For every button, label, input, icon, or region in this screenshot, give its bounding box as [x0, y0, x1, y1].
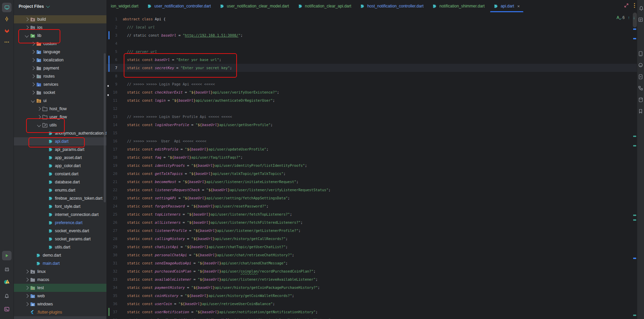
tab-options-kebab-icon[interactable] — [634, 3, 635, 9]
tree-item-socket_events.dart[interactable]: socket_events.dart — [14, 227, 106, 235]
flutter-icon — [30, 310, 35, 315]
dart-icon — [48, 139, 53, 144]
tree-item-label: routes — [43, 74, 55, 79]
next-problem-arrow[interactable]: ↓ — [633, 15, 636, 20]
line-number: 31 — [106, 259, 117, 267]
error-stripe[interactable] — [632, 12, 637, 319]
tab-user_notification_clear_model.dart[interactable]: user_notification_clear_model.dart — [215, 0, 293, 12]
line-number: 9 — [106, 80, 117, 88]
tree-item-anonymous_authentication.dart[interactable]: anonymous_authentication.dart — [14, 129, 106, 137]
tree-item-ios[interactable]: iosios — [14, 23, 106, 32]
line-number: 25 — [106, 210, 117, 218]
tree-item-firebse_access_token.dart[interactable]: firebse_access_token.dart — [14, 194, 106, 202]
code-editor[interactable]: 1abstract class Api {2 /// local url3 //… — [106, 12, 637, 319]
tree-item-.flutter-plugins[interactable]: .flutter-plugins — [14, 308, 106, 316]
dart-analysis-problems-icon[interactable] — [2, 277, 12, 286]
code-line: 5 /// server url — [106, 47, 637, 56]
tree-item-api.dart[interactable]: api.dart — [14, 137, 106, 145]
commit-tool-icon[interactable] — [2, 14, 12, 24]
tree-item-routes[interactable]: routes — [14, 72, 106, 80]
dart-file-icon — [494, 4, 498, 8]
lang-icon: A — [36, 58, 41, 62]
tree-item-api_params.dart[interactable]: api_params.dart — [14, 145, 106, 154]
event-alarm-icon[interactable] — [2, 291, 12, 300]
tree-item-label: localization — [43, 58, 63, 62]
tree-item-macos[interactable]: macos — [14, 276, 106, 284]
terminal-icon[interactable] — [2, 304, 12, 314]
tab-host_notification_controller.dart[interactable]: host_notification_controller.dart — [356, 0, 428, 12]
running-devices-icon[interactable] — [638, 74, 643, 79]
prev-problem-arrow[interactable]: ↑ — [628, 15, 630, 20]
notification-list-icon[interactable] — [638, 17, 643, 22]
expand-editor-icon[interactable] — [624, 3, 629, 9]
tree-item-enums.dart[interactable]: enums.dart — [14, 186, 106, 194]
dart-file-icon — [432, 4, 437, 8]
tree-item-localization[interactable]: Alocalization — [14, 56, 106, 64]
tree-item-build[interactable]: build — [14, 15, 106, 23]
tree-item-app_asset.dart[interactable]: app_asset.dart — [14, 154, 106, 162]
line-number: 23 — [106, 194, 117, 202]
chevron-right-icon — [25, 302, 28, 306]
tab-user_notification_controller.dart[interactable]: user_notification_controller.dart — [143, 0, 215, 12]
tree-item-user_flow[interactable]: user_flow — [14, 113, 106, 121]
more-tool-windows-icon[interactable] — [2, 37, 12, 47]
tree-item-windows[interactable]: windows — [14, 300, 106, 308]
project-tree-scrollbar[interactable] — [104, 53, 106, 202]
notifications-bell-icon[interactable] — [639, 5, 644, 11]
line-number: 21 — [106, 178, 117, 186]
tree-item-utils.dart[interactable]: utils.dart — [14, 243, 106, 251]
tree-item-custom[interactable]: custom — [14, 40, 106, 48]
stripe-mark — [633, 219, 636, 221]
stripe-mark — [633, 145, 636, 146]
tree-item-demo.dart[interactable]: demo.dart — [14, 251, 106, 259]
tab-ion_widget.dart[interactable]: ion_widget.dart — [106, 0, 143, 12]
tree-item-linux[interactable]: linux — [14, 267, 106, 276]
tree-item-lib[interactable]: lib — [14, 32, 106, 40]
device-manager-icon[interactable] — [638, 51, 643, 56]
utils-icon — [42, 123, 47, 127]
inspections-widget[interactable]: A 6 ↑ ↓ — [617, 15, 635, 20]
tree-item-ui[interactable]: ui — [14, 97, 106, 105]
close-tab-icon[interactable]: × — [517, 4, 520, 9]
chevron-right-icon — [31, 82, 35, 86]
tree-item-host_flow[interactable]: host_flow — [14, 105, 106, 113]
tab-label: user_notification_clear_model.dart — [227, 4, 289, 8]
tree-item-label: firebse_access_token.dart — [55, 196, 102, 201]
tree-item-services[interactable]: sservices — [14, 80, 106, 88]
code-line: 37 static const userNotification = "${ba… — [106, 308, 637, 316]
gradle-icon[interactable] — [638, 62, 643, 68]
run-tool-icon[interactable] — [2, 251, 12, 260]
tree-item-preference.dart[interactable]: preference.dart — [14, 219, 106, 227]
tree-item-constant.dart[interactable]: constant.dart — [14, 170, 106, 178]
outline-icon — [42, 115, 47, 119]
structure-icon[interactable] — [638, 85, 643, 91]
tree-item-internet_connection.dart[interactable]: internet_connection.dart — [14, 211, 106, 219]
tree-item-test[interactable]: test — [14, 284, 106, 292]
tree-item-utils[interactable]: utils — [14, 121, 106, 129]
tab-api.dart[interactable]: api.dart× — [489, 0, 524, 12]
tree-item-app_color.dart[interactable]: app_color.dart — [14, 162, 106, 170]
tree-item-partial[interactable] — [14, 316, 106, 319]
project-view-selector[interactable]: Project Files — [14, 0, 106, 13]
tree-item-socket[interactable]: socket — [14, 88, 106, 97]
tree-item-database.dart[interactable]: database.dart — [14, 178, 106, 186]
code-line: 19 static const identityProofs = "${base… — [106, 161, 637, 170]
tree-item-socket_params.dart[interactable]: socket_params.dart — [14, 235, 106, 243]
bookmarks-icon[interactable] — [638, 108, 643, 114]
project-tool-icon[interactable] — [2, 3, 12, 12]
tree-item-web[interactable]: web — [14, 292, 106, 300]
tree-item-label: socket_params.dart — [55, 237, 90, 241]
tab-notification_shimmer.dart[interactable]: notification_shimmer.dart — [428, 0, 489, 12]
gitlab-icon[interactable] — [2, 26, 12, 35]
assistant-cat-icon[interactable] — [2, 264, 12, 274]
tree-item-language[interactable]: Alanguage — [14, 48, 106, 56]
code-line: 20 static const getTalkTopics = "${baseU… — [106, 170, 637, 178]
line-number: 20 — [106, 170, 117, 178]
dart-icon — [48, 237, 53, 241]
tree-item-font_style.dart[interactable]: font_style.dart — [14, 202, 106, 211]
database-icon[interactable] — [638, 97, 643, 102]
tree-item-main.dart[interactable]: main.dart — [14, 259, 106, 267]
tree-item-payment[interactable]: payment — [14, 64, 106, 72]
tab-notification_clear_api.dart[interactable]: notification_clear_api.dart — [294, 0, 356, 12]
chevron-down-icon — [31, 99, 35, 102]
